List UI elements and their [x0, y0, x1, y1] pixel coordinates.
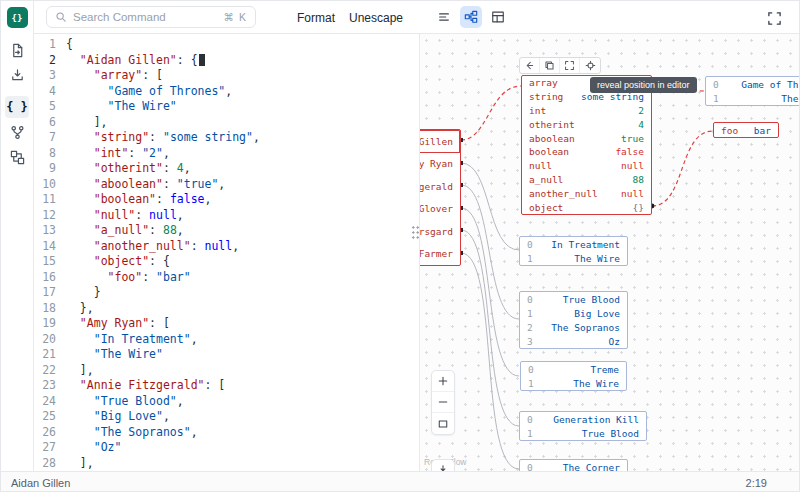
node-row[interactable]: booleanfalse [522, 145, 651, 159]
code-line[interactable]: "object": { [66, 254, 419, 270]
code-line[interactable]: ], [66, 363, 419, 379]
node-expand-button[interactable] [560, 58, 580, 73]
graph-node-foo-object[interactable]: foobar [713, 122, 779, 138]
node-row[interactable]: foobar [714, 123, 778, 137]
graph-node-anwan-glover-array[interactable]: 0Treme1The Wire [520, 361, 627, 391]
search-icon [55, 11, 67, 23]
view-switcher [433, 6, 509, 28]
node-row[interactable]: otherint4 [522, 117, 651, 131]
node-row[interactable]: another_nullnull [522, 186, 651, 200]
code-line[interactable]: } [66, 285, 419, 301]
node-reveal-button[interactable] [580, 58, 600, 73]
node-row[interactable]: 1Big Love [520, 306, 627, 320]
code-line[interactable]: { [66, 37, 419, 53]
node-row[interactable]: 1The Wire [520, 251, 627, 265]
zoom-in-button[interactable] [432, 371, 454, 392]
node-copy-button[interactable] [540, 58, 560, 73]
code-line[interactable]: "Amy Ryan": [ [66, 316, 419, 332]
node-row[interactable]: Anwan Glover [419, 198, 460, 221]
graph-node-aidan-gillen-object[interactable]: arraystringsome stringint2otherint4abool… [521, 75, 652, 215]
line-number: 1 [34, 37, 56, 53]
code-line[interactable]: "Annie Fitzgerald": [ [66, 378, 419, 394]
graph-view-icon [464, 10, 478, 24]
code-line[interactable]: ], [66, 456, 419, 472]
arrow-left-icon [524, 60, 535, 71]
code-line[interactable]: "The Wire" [66, 99, 419, 115]
json-editor-icon[interactable]: { } [5, 96, 29, 118]
node-row[interactable]: Aidan Gillen [419, 130, 460, 153]
code-line[interactable]: "null": null, [66, 208, 419, 224]
code-line[interactable]: }, [66, 301, 419, 317]
code-line[interactable]: "True Blood", [66, 394, 419, 410]
node-back-button[interactable] [520, 58, 540, 73]
graph-node-amy-ryan-array[interactable]: 0In Treatment1The Wire [519, 236, 628, 266]
node-row[interactable]: 2The Sopranos [520, 320, 627, 334]
node-row[interactable]: object{} [522, 200, 651, 214]
graph-canvas[interactable]: Aidan GillenAmy RyanAnnie FitzgeraldAnwa… [419, 34, 800, 471]
fit-view-icon [437, 418, 449, 430]
code-line[interactable]: "a_null": 88, [66, 223, 419, 239]
status-bar: Aidan Gillen 2:19 [1, 471, 799, 492]
code-line[interactable]: "The Wire" [66, 347, 419, 363]
fit-view-button[interactable] [432, 413, 454, 434]
code-line[interactable]: "In Treatment", [66, 332, 419, 348]
unescape-button[interactable]: Unescape [349, 1, 403, 34]
code-line[interactable]: "Aidan Gillen": { [66, 53, 419, 69]
code-line[interactable]: "The Sopranos", [66, 425, 419, 441]
code-line[interactable]: "int": "2", [66, 146, 419, 162]
code-line[interactable]: "array": [ [66, 68, 419, 84]
node-row[interactable]: nullnull [522, 159, 651, 173]
graph-node-game-of-thrones-array[interactable]: 0Game of Thrones1The Wire [705, 76, 800, 106]
code-line[interactable]: "aboolean": "true", [66, 177, 419, 193]
node-row[interactable]: 0Generation Kill [520, 412, 646, 426]
json-code-editor[interactable]: 1234567891011121314151617181920212223242… [34, 34, 419, 471]
code-line[interactable]: "boolean": false, [66, 192, 419, 208]
node-row[interactable]: Annie Fitzgerald [419, 175, 460, 198]
table-view-button[interactable] [487, 6, 509, 28]
node-row[interactable]: Amy Ryan [419, 153, 460, 176]
code-line[interactable]: "string": "some string", [66, 130, 419, 146]
node-row[interactable]: 3Oz [520, 334, 627, 348]
node-row[interactable]: int2 [522, 104, 651, 118]
code-line[interactable]: "another_null": null, [66, 239, 419, 255]
line-number: 6 [34, 115, 56, 131]
graph-node-annie-fitzgerald-array[interactable]: 0True Blood1Big Love2The Sopranos3Oz [519, 291, 628, 349]
search-input[interactable]: Search Command ⌘ K [46, 6, 256, 28]
code-line[interactable]: "Big Love", [66, 409, 419, 425]
fullscreen-button[interactable] [763, 7, 785, 29]
code-lines[interactable]: { "Aidan Gillen": { "array": [ "Game of … [66, 34, 419, 471]
node-row[interactable]: 0Treme [521, 362, 626, 376]
node-row[interactable]: a_null88 [522, 173, 651, 187]
node-row[interactable]: 0True Blood [520, 292, 627, 306]
download-file-icon[interactable] [5, 64, 29, 86]
text-cursor [199, 54, 205, 66]
flow-tools-icon[interactable] [5, 121, 29, 143]
node-row[interactable]: Alice Farmer [419, 243, 460, 266]
node-row[interactable]: 0The Corner [520, 460, 627, 471]
import-file-icon[interactable] [5, 39, 29, 61]
list-view-button[interactable] [433, 6, 455, 28]
node-row[interactable]: 1True Blood [520, 426, 646, 440]
code-line[interactable]: "Oz" [66, 440, 419, 456]
graph-node-root-keys[interactable]: Aidan GillenAmy RyanAnnie FitzgeraldAnwa… [419, 129, 461, 266]
node-row[interactable]: abooleantrue [522, 131, 651, 145]
code-line[interactable]: "foo": "bar" [66, 270, 419, 286]
node-row[interactable]: 0Game of Thrones [706, 77, 800, 91]
code-line[interactable]: ], [66, 115, 419, 131]
format-button[interactable]: Format [297, 1, 335, 34]
line-number: 18 [34, 301, 56, 317]
code-line[interactable]: "Game of Thrones", [66, 84, 419, 100]
download-image-button[interactable] [431, 459, 455, 471]
graph-node-alice-farmer-array[interactable]: 0The Corner [519, 459, 628, 471]
compare-nodes-icon[interactable] [5, 146, 29, 168]
node-row[interactable]: 0In Treatment [520, 237, 627, 251]
breadcrumb-path: Aidan Gillen [11, 477, 70, 489]
node-row[interactable]: 1The Wire [706, 91, 800, 105]
app-logo-icon[interactable]: {} [7, 7, 28, 28]
zoom-out-button[interactable] [432, 392, 454, 413]
node-row[interactable]: 1The Wire [521, 376, 626, 390]
code-line[interactable]: "otherint": 4, [66, 161, 419, 177]
node-row[interactable]: Alexander Skarsgard [419, 220, 460, 243]
graph-node-alexander-skarsgard-array[interactable]: 0Generation Kill1True Blood [519, 411, 647, 441]
graph-view-button[interactable] [460, 6, 482, 28]
